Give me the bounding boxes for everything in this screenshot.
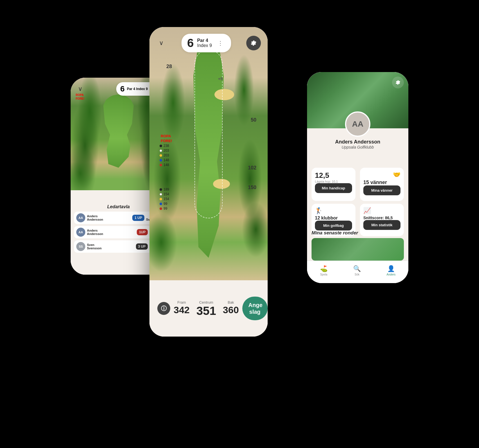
friends-icon: 🤝 (393, 171, 400, 178)
recent-rounds-section: Mina senaste ronder (307, 230, 408, 261)
profile-club: Uppsala Golfklubb (342, 145, 374, 149)
yardage-list-top: 238 203 203 148 148 (160, 144, 169, 167)
lb-player1-1: AndersAndersson (87, 214, 131, 221)
center-phone: 28 50 102 150 +5 ROPAFORE! 238 203 203 1… (149, 27, 268, 337)
handicap-card: 12,5 Lägsta hcp: 10,1 Min handicap (312, 168, 355, 201)
center-header: ∨ 6 Par 4 Index 9 ⋮ (149, 34, 268, 52)
lb-player1-3: SvenSvensson (87, 243, 134, 250)
profile-avatar: AA (345, 111, 370, 137)
handicap-value: 12,5 (315, 171, 352, 180)
center-bak-label: Bak (228, 300, 234, 304)
dist-marker-50: 50 (251, 117, 256, 123)
recent-rounds-title: Mina senaste ronder (312, 230, 404, 236)
center-bak-value: 360 (223, 305, 239, 315)
anders-icon: 👤 (387, 265, 395, 272)
lb-score-2: 1UP (137, 229, 148, 235)
golfbag-button[interactable]: Min golfbag (315, 221, 352, 230)
stats-icon: 📈 (363, 207, 400, 214)
nav-item-anders[interactable]: 👤 Anders (387, 265, 396, 276)
recent-rounds-image (312, 238, 404, 261)
center-hole-info-pill: 6 Par 4 Index 9 ⋮ (182, 34, 231, 52)
dist-marker-28: 28 (166, 64, 172, 70)
dist-marker-150: 150 (248, 185, 256, 191)
dist-marker-102: 102 (248, 165, 256, 171)
profile-name: Anders Andersson (335, 139, 380, 145)
left-par-label: Par 4 (127, 87, 135, 91)
center-settings-button[interactable] (246, 36, 261, 50)
nav-item-sok[interactable]: 🔍 Sök (353, 265, 361, 276)
right-profile-section: AA Anders Andersson Uppsala Golfklubb (307, 111, 408, 149)
spela-label: Spela (320, 273, 327, 276)
anders-label: Anders (387, 273, 396, 276)
lb-avatar-2: AA (76, 228, 85, 237)
handicap-sub: Lägsta hcp: 10,1 (315, 180, 352, 183)
left-hole-number: 6 (120, 84, 125, 93)
lb-avatar-1: AA (76, 213, 85, 222)
ange-slag-label: Angeslag (249, 302, 263, 315)
info-icon: ⓘ (161, 305, 167, 312)
right-phone: AA Anders Andersson Uppsala Golfklubb 12… (307, 72, 408, 283)
center-centrum-label: Centrum (199, 300, 213, 304)
lb-player1-2: AndersAndersson (87, 229, 135, 236)
gear-icon (250, 39, 257, 47)
sok-icon: 🔍 (353, 265, 361, 272)
left-back-button[interactable]: ∨ (75, 84, 85, 94)
center-back-button[interactable]: ∨ (156, 38, 166, 48)
clubs-icon: 🏌️ (315, 207, 352, 214)
dist-marker-plus5: +5 (218, 76, 223, 81)
right-settings-button[interactable] (392, 77, 404, 88)
center-more-icon[interactable]: ⋮ (215, 39, 225, 48)
center-distances: Fram 342 Centrum 351 Bak 360 (174, 300, 239, 317)
yardage-list-bottom: 189 154 154 99 99 (160, 187, 169, 210)
center-ange-slag-button[interactable]: Angeslag (242, 297, 268, 320)
friends-card: 🤝 15 vänner Mina vänner (360, 168, 404, 201)
left-index-label: Index 9 (136, 87, 148, 91)
center-info-button[interactable]: ⓘ (157, 302, 170, 315)
left-hole-details: Par 4 Index 9 (127, 87, 148, 91)
lb-score-1: 1 UP (132, 215, 144, 221)
nav-item-spela[interactable]: ⛳ Spela (320, 265, 328, 276)
ropa-fore-label: ROPAFORE! (161, 134, 172, 144)
center-fram-label: Fram (177, 300, 186, 304)
clubs-value: 12 klubbor (315, 216, 352, 221)
lb-score-3: 3 UP (136, 243, 148, 250)
sok-label: Sök (355, 273, 359, 276)
center-par-label: Par 4 (197, 38, 212, 43)
stats-section: 12,5 Lägsta hcp: 10,1 Min handicap 🤝 15 … (307, 168, 408, 239)
center-index-label: Index 9 (197, 43, 212, 48)
profile-initials: AA (352, 120, 363, 129)
stats-row-1: 12,5 Lägsta hcp: 10,1 Min handicap 🤝 15 … (312, 168, 404, 201)
lb-avatar-3: SS (76, 242, 85, 251)
center-bottom-bar: ⓘ Fram 342 Centrum 351 Bak 360 (149, 280, 268, 337)
statistics-button[interactable]: Min statistik (363, 220, 400, 230)
center-hole-number: 6 (187, 37, 194, 49)
bottom-nav: ⛳ Spela 🔍 Sök 👤 Anders (307, 261, 408, 283)
friends-button[interactable]: Mina vänner (363, 185, 400, 195)
right-gear-icon (395, 79, 401, 86)
friends-value: 15 vänner (363, 180, 400, 185)
avg-score-value: Snittscore: 86,5 (363, 216, 400, 220)
spela-icon: ⛳ (320, 265, 328, 272)
center-fram-value: 342 (174, 305, 190, 315)
center-centrum-value: 351 (196, 305, 216, 317)
center-golf-map: 28 50 102 150 +5 ROPAFORE! 238 203 203 1… (149, 27, 268, 280)
handicap-button[interactable]: Min handicap (315, 183, 352, 193)
